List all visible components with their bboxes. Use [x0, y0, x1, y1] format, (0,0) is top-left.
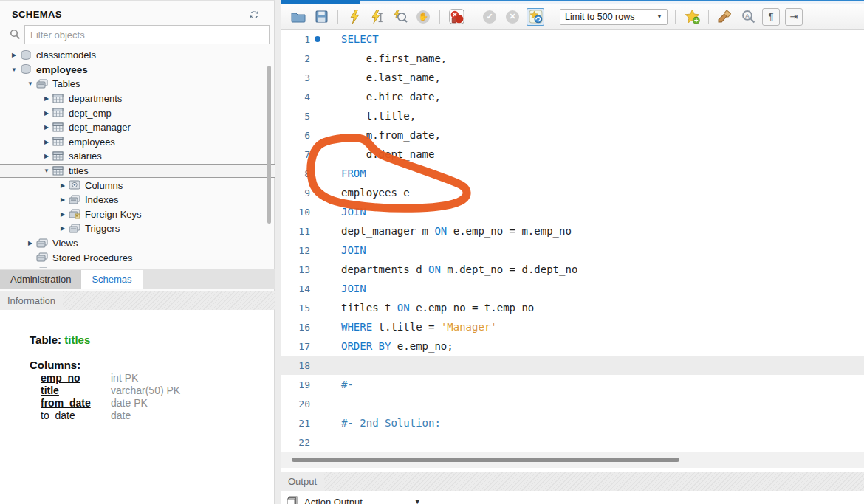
- line-number: 10: [281, 207, 310, 218]
- tree-item-columns[interactable]: ▶Columns: [0, 178, 275, 193]
- information-title: Information: [0, 291, 63, 310]
- tree-item-classicmodels[interactable]: ▶classicmodels: [0, 48, 275, 63]
- tree-item-employees[interactable]: ▶employees: [0, 135, 275, 150]
- sidebar-scrollbar[interactable]: [267, 66, 271, 224]
- chevron-expanded-icon[interactable]: ▼: [43, 168, 50, 174]
- tree-item-label: classicmodels: [36, 49, 96, 61]
- tree-item-foreign-keys[interactable]: ▶Foreign Keys: [0, 207, 275, 222]
- line-number: 16: [281, 322, 310, 333]
- chevron-collapsed-icon[interactable]: ▶: [43, 110, 50, 117]
- save-snippet-button[interactable]: [683, 8, 701, 26]
- toolbar-separator: [439, 10, 440, 24]
- code-line-13: 13departments d ON m.dept_no = d.dept_no: [281, 260, 864, 279]
- tab-schemas[interactable]: Schemas: [81, 270, 142, 289]
- tree-item-label: employees: [69, 137, 115, 148]
- toolbar-separator: [552, 10, 552, 24]
- panel-divider[interactable]: [275, 0, 281, 504]
- column-type: varchar(50) PK: [111, 384, 180, 397]
- chevron-collapsed-icon[interactable]: ▶: [43, 95, 50, 102]
- horizontal-scrollbar-track[interactable]: [281, 452, 864, 468]
- chevron-expanded-icon[interactable]: ▼: [10, 66, 18, 73]
- line-number: 8: [281, 168, 310, 179]
- line-number: 9: [281, 187, 310, 199]
- tree-item-employees[interactable]: ▼employees: [0, 63, 275, 77]
- code-line-18: 18: [281, 356, 864, 375]
- show-invisibles-toggle[interactable]: ¶: [762, 8, 780, 26]
- execute-current-statement-button[interactable]: [368, 8, 386, 26]
- tree-item-dept_emp[interactable]: ▶dept_emp: [0, 106, 275, 120]
- limit-rows-dropdown[interactable]: Limit to 500 rows ▼: [560, 9, 668, 25]
- horizontal-scrollbar-thumb[interactable]: [292, 458, 679, 462]
- refresh-schemas-icon[interactable]: [247, 8, 261, 21]
- search-icon: [10, 29, 21, 40]
- info-column-row: to_datedate: [41, 410, 180, 422]
- toolbar-separator: [473, 10, 473, 24]
- columns-icon: [69, 180, 81, 190]
- table-icon: [52, 137, 65, 147]
- filter-objects-input[interactable]: [24, 25, 270, 44]
- chevron-collapsed-icon[interactable]: ▶: [59, 182, 66, 189]
- db-icon: [20, 50, 32, 61]
- line-number: 6: [281, 130, 310, 141]
- code-line-6: 6 m.from_date,: [281, 125, 864, 145]
- sql-code-editor[interactable]: 1SELECT2 e.first_name,3 e.last_name,4 e.…: [281, 30, 864, 452]
- chevron-collapsed-icon[interactable]: ▶: [43, 153, 50, 159]
- action-output-icon: [287, 496, 298, 504]
- db-icon: [20, 64, 32, 75]
- chevron-collapsed-icon[interactable]: ▶: [59, 211, 66, 218]
- tree-item-departments[interactable]: ▶departments: [0, 92, 275, 106]
- code-line-12: 12JOIN: [281, 241, 864, 260]
- tree-item-label: dept_emp: [69, 108, 112, 119]
- code-text: m.from_date,: [341, 129, 441, 141]
- tree-item-triggers[interactable]: ▶Triggers: [0, 221, 275, 236]
- stack-icon: [69, 224, 81, 234]
- stop-button[interactable]: ✋: [414, 8, 432, 26]
- chevron-collapsed-icon[interactable]: ▶: [59, 225, 66, 232]
- open-script-button[interactable]: [289, 8, 307, 26]
- explain-button[interactable]: [391, 8, 409, 26]
- tree-item-tables[interactable]: ▼Tables: [0, 77, 275, 92]
- tab-administration[interactable]: Administration: [0, 270, 81, 289]
- word-wrap-toggle[interactable]: ⇥: [785, 8, 803, 26]
- code-line-11: 11dept_manager m ON e.emp_no = m.emp_no: [281, 221, 864, 241]
- tree-item-label: Stored Procedures: [52, 252, 132, 263]
- code-text: departments d ON m.dept_no = d.dept_no: [341, 263, 577, 275]
- tree-item-stored-procedures[interactable]: Stored Procedures: [0, 250, 275, 265]
- rollback-button[interactable]: ✕: [504, 8, 521, 26]
- chevron-collapsed-icon[interactable]: ▶: [59, 196, 66, 203]
- code-text: e.first_name,: [341, 52, 447, 64]
- tree-item-label: salaries: [69, 151, 102, 162]
- line-number: 12: [281, 245, 310, 256]
- stack-icon: [36, 79, 49, 89]
- find-button[interactable]: A: [739, 8, 757, 26]
- chevron-expanded-icon[interactable]: ▼: [27, 80, 34, 87]
- chevron-collapsed-icon[interactable]: ▶: [10, 52, 18, 58]
- commit-button[interactable]: ✓: [481, 8, 498, 26]
- output-type-dropdown[interactable]: Action Output ▼: [304, 497, 421, 504]
- tree-item-dept_manager[interactable]: ▶dept_manager: [0, 120, 275, 135]
- column-name: title: [41, 384, 111, 397]
- chevron-collapsed-icon[interactable]: ▶: [27, 240, 34, 246]
- execute-button[interactable]: [346, 8, 363, 26]
- line-number: 22: [281, 437, 310, 448]
- code-text: JOIN: [341, 283, 366, 294]
- save-script-button[interactable]: [312, 8, 330, 26]
- info-table-label: Table:: [30, 334, 61, 346]
- tree-item-views[interactable]: ▶Views: [0, 236, 275, 251]
- autocommit-toggle[interactable]: [527, 8, 544, 26]
- column-type: date: [111, 410, 131, 422]
- output-title: Output: [281, 472, 324, 491]
- tree-item-partial[interactable]: [0, 265, 275, 268]
- chevron-collapsed-icon[interactable]: ▶: [43, 124, 50, 131]
- tree-item-titles[interactable]: ▼titles: [0, 164, 275, 179]
- chevron-collapsed-icon[interactable]: ▶: [43, 139, 50, 145]
- output-selector-row: Action Output ▼: [287, 493, 421, 504]
- info-column-row: titlevarchar(50) PK: [41, 384, 180, 397]
- beautify-button[interactable]: [716, 8, 734, 26]
- code-line-7: 7 d.dept_name: [281, 145, 864, 164]
- tree-item-salaries[interactable]: ▶salaries: [0, 149, 275, 164]
- tree-item-indexes[interactable]: ▶Indexes: [0, 193, 275, 207]
- limit-rows-value: Limit to 500 rows: [565, 12, 634, 22]
- stop-on-error-toggle[interactable]: [448, 8, 465, 26]
- tree-item-label: Indexes: [85, 194, 119, 205]
